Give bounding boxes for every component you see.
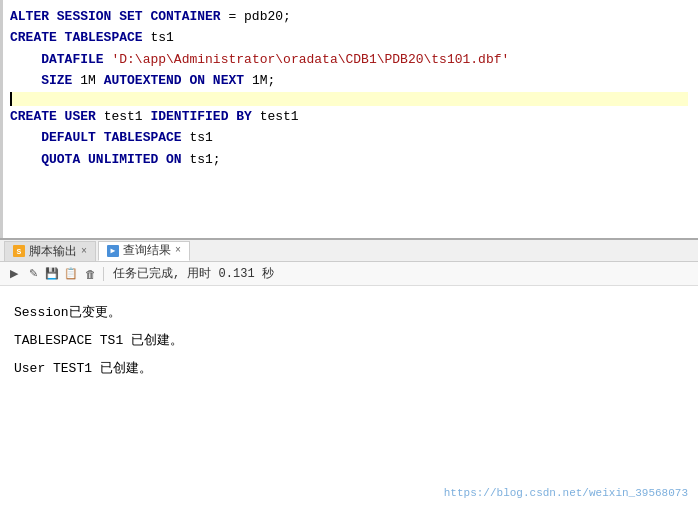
watermark: https://blog.csdn.net/weixin_39568073 bbox=[444, 484, 688, 503]
clear-button[interactable]: 🗑 bbox=[82, 266, 98, 282]
code-token-kw: SIZE bbox=[41, 70, 72, 91]
edit-button[interactable]: ✎ bbox=[25, 266, 41, 282]
code-token-kw: CREATE TABLESPACE bbox=[10, 27, 143, 48]
code-line: DATAFILE 'D:\app\Administrator\oradata\C… bbox=[10, 49, 688, 70]
code-line: DEFAULT TABLESPACE ts1 bbox=[10, 127, 688, 148]
editor-panel: ALTER SESSION SET CONTAINER = pdb20;CREA… bbox=[0, 0, 698, 240]
save-button[interactable]: 💾 bbox=[44, 266, 60, 282]
code-token-normal: = pdb20; bbox=[221, 6, 291, 27]
tab-script[interactable]: S脚本输出 × bbox=[4, 241, 96, 261]
code-line: QUOTA UNLIMITED ON ts1; bbox=[10, 149, 688, 170]
tab-label-script: 脚本输出 bbox=[29, 243, 77, 260]
code-token-normal: ts1 bbox=[182, 127, 213, 148]
code-line: ALTER SESSION SET CONTAINER = pdb20; bbox=[10, 6, 688, 27]
code-token-kw: CREATE USER bbox=[10, 106, 96, 127]
toolbar-separator bbox=[103, 267, 104, 281]
code-token-normal: ts1 bbox=[143, 27, 174, 48]
code-token-kw: DEFAULT TABLESPACE bbox=[41, 127, 181, 148]
query-icon: ▶ bbox=[107, 245, 119, 257]
code-line: SIZE 1M AUTOEXTEND ON NEXT 1M; bbox=[10, 70, 688, 91]
code-block[interactable]: ALTER SESSION SET CONTAINER = pdb20;CREA… bbox=[0, 0, 698, 176]
status-text: 任务已完成, 用时 0.131 秒 bbox=[113, 265, 274, 282]
run-button[interactable]: ▶ bbox=[6, 266, 22, 282]
code-token-kw: AUTOEXTEND ON NEXT bbox=[104, 70, 244, 91]
code-token-normal: ts1; bbox=[182, 149, 221, 170]
code-line bbox=[10, 92, 688, 106]
code-line: CREATE TABLESPACE ts1 bbox=[10, 27, 688, 48]
output-line: User TEST1 已创建。 bbox=[14, 358, 684, 380]
bottom-panel: S脚本输出 ×▶查询结果 × ▶ ✎ 💾 📋 🗑 任务已完成, 用时 0.131… bbox=[0, 240, 698, 511]
output-line: Session已变更。 bbox=[14, 302, 684, 324]
code-token-normal: 1M; bbox=[244, 70, 275, 91]
copy-button[interactable]: 📋 bbox=[63, 266, 79, 282]
code-token-normal: test1 bbox=[96, 106, 151, 127]
code-token-kw: IDENTIFIED BY bbox=[150, 106, 251, 127]
code-token-normal: 1M bbox=[72, 70, 103, 91]
code-token-normal bbox=[104, 49, 112, 70]
editor-left-border bbox=[0, 0, 3, 238]
output-line: TABLESPACE TS1 已创建。 bbox=[14, 330, 684, 352]
tab-close-query[interactable]: × bbox=[175, 245, 181, 256]
code-token-string: 'D:\app\Administrator\oradata\CDB1\PDB20… bbox=[111, 49, 509, 70]
output-toolbar: ▶ ✎ 💾 📋 🗑 任务已完成, 用时 0.131 秒 bbox=[0, 262, 698, 286]
code-token-kw: QUOTA UNLIMITED ON bbox=[41, 149, 181, 170]
tab-query[interactable]: ▶查询结果 × bbox=[98, 241, 190, 261]
tab-label-query: 查询结果 bbox=[123, 242, 171, 259]
code-line: CREATE USER test1 IDENTIFIED BY test1 bbox=[10, 106, 688, 127]
tab-bar: S脚本输出 ×▶查询结果 × bbox=[0, 240, 698, 262]
text-cursor bbox=[10, 92, 12, 106]
tab-close-script[interactable]: × bbox=[81, 246, 87, 257]
code-token-normal: test1 bbox=[252, 106, 299, 127]
code-token-kw: DATAFILE bbox=[41, 49, 103, 70]
script-icon: S bbox=[13, 245, 25, 257]
code-token-kw: ALTER SESSION SET CONTAINER bbox=[10, 6, 221, 27]
output-area: Session已变更。TABLESPACE TS1 已创建。User TEST1… bbox=[0, 286, 698, 511]
